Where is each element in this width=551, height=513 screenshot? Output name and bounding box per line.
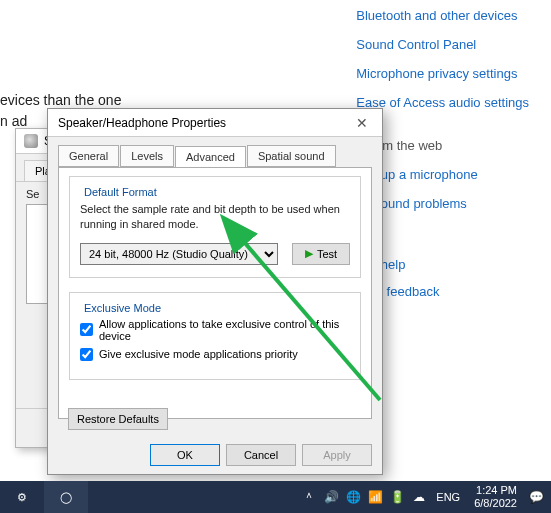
onedrive-icon[interactable]: ☁	[410, 490, 428, 504]
tray-overflow-icon[interactable]: ＾	[300, 489, 318, 506]
exclusive-control-label: Allow applications to take exclusive con…	[99, 318, 350, 342]
default-format-title: Default Format	[80, 186, 161, 198]
taskbar-cortana-button[interactable]: ◯	[44, 481, 88, 513]
exclusive-priority-label: Give exclusive mode applications priorit…	[99, 348, 298, 360]
exclusive-priority-checkbox[interactable]	[80, 348, 93, 361]
default-format-desc: Select the sample rate and bit depth to …	[80, 202, 350, 233]
taskbar-date: 6/8/2022	[474, 497, 517, 510]
exclusive-control-checkbox-row[interactable]: Allow applications to take exclusive con…	[80, 318, 350, 342]
link-bluetooth[interactable]: Bluetooth and other devices	[356, 8, 529, 23]
tab-general[interactable]: General	[58, 145, 119, 167]
tab-advanced[interactable]: Advanced	[175, 146, 246, 168]
sound-icon	[24, 134, 38, 148]
exclusive-mode-title: Exclusive Mode	[80, 302, 165, 314]
advanced-panel: Default Format Select the sample rate an…	[58, 167, 372, 419]
default-format-group: Default Format Select the sample rate an…	[69, 176, 361, 278]
link-mic-privacy[interactable]: Microphone privacy settings	[356, 66, 529, 81]
close-icon[interactable]: ✕	[352, 115, 372, 131]
battery-icon[interactable]: 🔋	[388, 490, 406, 504]
tab-spatial-sound[interactable]: Spatial sound	[247, 145, 336, 167]
properties-title: Speaker/Headphone Properties	[58, 116, 226, 130]
tab-levels[interactable]: Levels	[120, 145, 174, 167]
link-sound-control-panel[interactable]: Sound Control Panel	[356, 37, 529, 52]
exclusive-mode-group: Exclusive Mode Allow applications to tak…	[69, 292, 361, 380]
play-icon: ▶	[305, 247, 313, 260]
exclusive-priority-checkbox-row[interactable]: Give exclusive mode applications priorit…	[80, 348, 350, 361]
taskbar-time: 1:24 PM	[474, 484, 517, 497]
taskbar-settings-button[interactable]: ⚙	[0, 481, 44, 513]
network-icon[interactable]: 🌐	[344, 490, 362, 504]
properties-dialog: Speaker/Headphone Properties ✕ General L…	[47, 108, 383, 475]
test-label: Test	[317, 248, 337, 260]
taskbar: ⚙ ◯ ＾ 🔊 🌐 📶 🔋 ☁ ENG 1:24 PM 6/8/2022 💬	[0, 481, 551, 513]
test-button[interactable]: ▶ Test	[292, 243, 350, 265]
circle-icon: ◯	[60, 491, 72, 504]
speaker-icon[interactable]: 🔊	[322, 490, 340, 504]
properties-tabs: General Levels Advanced Spatial sound	[48, 137, 382, 167]
apply-button[interactable]: Apply	[302, 444, 372, 466]
exclusive-control-checkbox[interactable]	[80, 323, 93, 336]
taskbar-clock[interactable]: 1:24 PM 6/8/2022	[468, 484, 523, 509]
wifi-icon[interactable]: 📶	[366, 490, 384, 504]
format-select[interactable]: 24 bit, 48000 Hz (Studio Quality)	[80, 243, 278, 265]
cancel-button[interactable]: Cancel	[226, 444, 296, 466]
ok-button[interactable]: OK	[150, 444, 220, 466]
action-center-icon[interactable]: 💬	[527, 490, 545, 504]
restore-defaults-button[interactable]: Restore Defaults	[68, 408, 168, 430]
gear-icon: ⚙	[17, 491, 27, 504]
language-indicator[interactable]: ENG	[432, 491, 464, 503]
